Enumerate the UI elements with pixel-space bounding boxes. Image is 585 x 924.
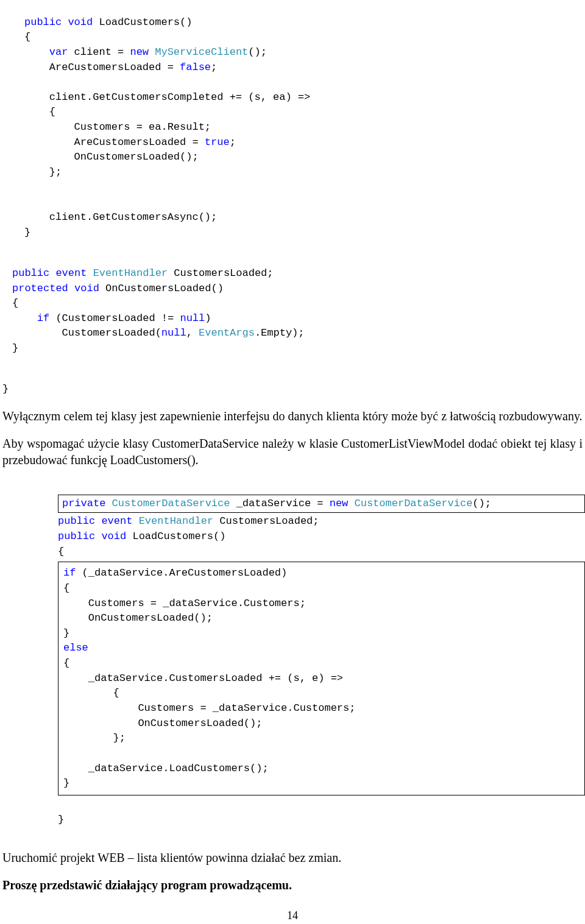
kw-event: event <box>95 515 132 527</box>
kw-if: if <box>12 312 49 324</box>
kw-public: public <box>12 267 49 279</box>
code-text: CustomersLoaded; <box>168 267 273 279</box>
code-text: Customers = _dataService.Customers; <box>63 702 355 714</box>
kw-public: public <box>58 531 95 542</box>
code-text: { <box>24 31 30 43</box>
kw-protected: protected <box>12 283 68 294</box>
code-text: { <box>58 546 64 557</box>
code-text: CustomersLoaded( <box>12 327 161 339</box>
kw-event: event <box>49 267 87 279</box>
code-text: } <box>58 814 64 825</box>
kw-private: private <box>62 498 105 509</box>
code-text: (_dataService.AreCustomersLoaded) <box>76 567 287 579</box>
code-text: { <box>24 106 55 118</box>
type-name: EventHandler <box>87 267 168 279</box>
kw-true: true <box>205 136 230 148</box>
code-text: (CustomersLoaded != <box>49 312 180 324</box>
code-text: (); <box>472 498 491 509</box>
kw-void: void <box>68 16 93 28</box>
code-text: { <box>12 297 18 309</box>
document-page: public void LoadCustomers() { var client… <box>0 0 585 924</box>
kw-void: void <box>68 283 99 294</box>
code-text: _dataService.LoadCustomers(); <box>63 763 269 774</box>
code-text: OnCustomersLoaded(); <box>63 612 213 624</box>
code-text: OnCustomersLoaded(); <box>63 718 262 729</box>
code-block-dataservice: private CustomerDataService _dataService… <box>58 479 585 828</box>
code-closing-brace: } <box>2 367 585 397</box>
paragraph-present: Proszę przedstawić działający program pr… <box>0 877 585 894</box>
code-text: } <box>63 777 69 789</box>
code-text: CustomersLoaded; <box>213 515 319 527</box>
code-text: OnCustomersLoaded(); <box>24 151 199 163</box>
type-name: EventHandler <box>132 515 213 527</box>
code-text: Customers = ea.Result; <box>24 121 211 133</box>
code-text: _dataService.CustomersLoaded += (s, e) =… <box>63 672 343 684</box>
code-text: } <box>63 627 69 639</box>
code-text: (); <box>248 46 267 58</box>
paragraph-instruction: Aby wspomagać użycie klasy CustomerDataS… <box>0 436 585 468</box>
code-text: client.GetCustomersCompleted += (s, ea) … <box>24 91 310 103</box>
code-text: , <box>186 327 199 339</box>
code-text: }; <box>63 732 126 744</box>
type-name: MyServiceClient <box>149 46 248 58</box>
type-name: CustomerDataService <box>348 498 472 509</box>
paragraph-run-web: Uruchomić projekt WEB – lista klientów p… <box>0 850 585 866</box>
code-text: }; <box>24 166 62 178</box>
code-text: OnCustomersLoaded() <box>99 283 224 294</box>
kw-void: void <box>95 531 126 542</box>
paragraph-purpose: Wyłącznym celem tej klasy jest zapewnien… <box>0 408 585 425</box>
kw-if: if <box>63 567 76 579</box>
code-text: AreCustomersLoaded = <box>24 136 205 148</box>
boxed-line-declaration: private CustomerDataService _dataService… <box>58 495 585 513</box>
boxed-block-body: if (_dataService.AreCustomersLoaded) { C… <box>58 562 585 795</box>
code-text: LoadCustomers() <box>93 16 192 28</box>
kw-new: new <box>330 498 349 509</box>
code-text: { <box>63 687 119 699</box>
code-text: } <box>24 227 30 238</box>
code-text: client.GetCustomersAsync(); <box>24 211 217 223</box>
kw-new: new <box>130 46 149 58</box>
code-text: { <box>63 657 69 669</box>
code-block-event: public event EventHandler CustomersLoade… <box>12 251 585 356</box>
kw-var: var <box>24 46 68 58</box>
code-text: AreCustomersLoaded = <box>24 62 180 73</box>
code-text: .Empty); <box>255 327 305 339</box>
code-text: } <box>12 342 18 354</box>
code-block-loadcustomers: public void LoadCustomers() { var client… <box>24 0 585 240</box>
code-text: Customers = _dataService.Customers; <box>63 598 306 609</box>
page-number: 14 <box>0 909 585 922</box>
code-text: ; <box>211 62 217 73</box>
code-text: client = <box>68 46 130 58</box>
code-text: LoadCustomers() <box>126 531 225 542</box>
code-text: ; <box>230 136 236 148</box>
kw-false: false <box>180 62 211 73</box>
code-text: _dataService = <box>230 498 329 509</box>
kw-null: null <box>161 327 186 339</box>
code-text: ) <box>205 312 211 324</box>
code-text: { <box>63 582 69 594</box>
type-name: CustomerDataService <box>105 498 230 509</box>
type-name: EventArgs <box>199 327 255 339</box>
kw-public: public <box>58 515 95 527</box>
kw-null: null <box>180 312 205 324</box>
code-text: } <box>2 383 9 395</box>
kw-public: public <box>24 16 62 28</box>
kw-else: else <box>63 642 88 654</box>
